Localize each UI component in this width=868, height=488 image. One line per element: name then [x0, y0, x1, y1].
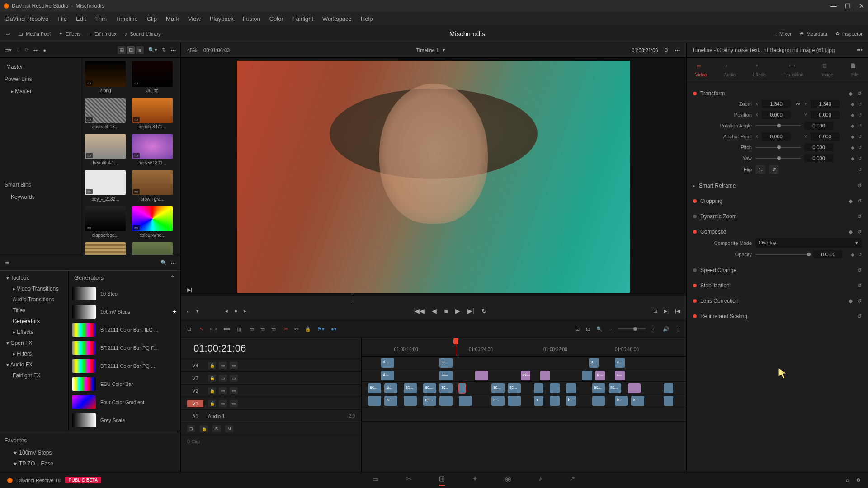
timeline-ruler[interactable]: 01:00:16:0001:00:24:0001:00:32:0001:00:4…	[362, 338, 686, 356]
generator-item[interactable]: BT.2111 Color Bar HLG ...	[69, 321, 180, 339]
media-thumb[interactable]: ▭clapperboa...	[84, 206, 127, 238]
flip-h-button[interactable]: ⇋	[755, 165, 765, 174]
transform-header[interactable]: Transform	[700, 90, 725, 97]
lens-correction-header[interactable]: Lens Correction	[700, 298, 739, 304]
generator-item[interactable]: EBU Color Bar	[69, 375, 180, 393]
timeline-clip[interactable]: b...	[566, 396, 576, 406]
timeline-clip[interactable]: sc...	[423, 383, 436, 393]
inspector-tab-file[interactable]: 📄File	[850, 63, 859, 77]
loop-icon[interactable]: ↻	[481, 307, 487, 314]
power-master-bin[interactable]: ▸ Master	[0, 86, 80, 97]
marker-icon[interactable]: ●▾	[331, 326, 337, 332]
timeline-clip[interactable]	[534, 383, 544, 393]
prev-frame-icon[interactable]: ◀	[432, 307, 437, 314]
expand-icon[interactable]: ▶|	[187, 287, 192, 293]
overwrite-icon[interactable]: ▭	[260, 326, 265, 332]
timeline-clip[interactable]	[508, 396, 521, 406]
pitch-slider[interactable]	[755, 147, 801, 148]
menu-trim[interactable]: Trim	[95, 15, 107, 22]
book-icon[interactable]: ▭	[5, 260, 9, 266]
first-frame-icon[interactable]: |◀◀	[413, 307, 425, 314]
selection-tool-icon[interactable]: ↖	[199, 326, 203, 332]
timeline-clip[interactable]: sc...	[592, 383, 605, 393]
timeline-clip[interactable]: b...	[631, 396, 644, 406]
menu-mark[interactable]: Mark	[166, 15, 179, 22]
effects-button[interactable]: ✦Effects	[59, 31, 80, 37]
next-edit-icon[interactable]: ▸	[244, 308, 246, 314]
favorite-item[interactable]: ★ TP ZO... Ease	[0, 458, 180, 469]
zoom-x-input[interactable]: 1.340	[762, 100, 791, 108]
timeline-clip[interactable]: gir...	[423, 396, 436, 406]
edit-page-icon[interactable]: ⊞	[439, 474, 445, 486]
menu-workspace[interactable]: Workspace	[322, 15, 352, 22]
timeline-clip[interactable]: b...	[534, 396, 544, 406]
media-thumb[interactable]: ▭2.png	[84, 61, 127, 93]
dynamic-trim-icon[interactable]: ⟺	[223, 326, 231, 332]
timeline-clip[interactable]	[566, 383, 576, 393]
chevron-down-icon[interactable]: ▾	[443, 47, 445, 53]
fx-more-icon[interactable]: •••	[170, 260, 176, 266]
timeline-clip[interactable]: sc...	[404, 383, 417, 393]
timeline-clip[interactable]	[664, 396, 674, 406]
link-icon[interactable]: ⚯	[294, 326, 298, 332]
collapse-icon[interactable]: ⌃	[170, 274, 175, 281]
cut-page-icon[interactable]: ✂	[406, 474, 412, 486]
media-pool-button[interactable]: 🗀Media Pool	[18, 31, 51, 37]
metadata-button[interactable]: ⊕Metadata	[800, 31, 827, 37]
yaw-input[interactable]: 0.000	[804, 154, 833, 162]
speaker-icon[interactable]: 🔊	[663, 326, 669, 332]
anchor-y-input[interactable]: 0.000	[811, 132, 840, 141]
mixer-button[interactable]: ⎍Mixer	[774, 31, 792, 37]
replace-icon[interactable]: ▭	[271, 326, 276, 332]
audiofx-item[interactable]: ▾ Audio FX	[0, 359, 68, 370]
generator-item[interactable]: BT.2111 Color Bar PQ F...	[69, 339, 180, 357]
timeline-clip[interactable]: sc...	[368, 383, 381, 393]
maximize-icon[interactable]: ☐	[845, 2, 851, 9]
opacity-input[interactable]: 100.00	[813, 250, 842, 258]
yaw-slider[interactable]	[755, 158, 801, 159]
track-v4[interactable]: d...ta...p...a...	[362, 356, 686, 369]
menu-edit[interactable]: Edit	[76, 15, 86, 22]
media-thumb[interactable]: ▭brown gra...	[131, 170, 174, 202]
timeline-clip[interactable]: ta...	[439, 371, 453, 380]
inspector-tab-video[interactable]: ▭Video	[695, 63, 707, 77]
menu-file[interactable]: File	[57, 15, 67, 22]
timeline-clip[interactable]: S...	[384, 383, 397, 393]
bin-view-icon[interactable]: ▭▾	[5, 47, 12, 53]
track-header-a1[interactable]: A1Audio 12.0	[181, 409, 361, 422]
timeline-clip[interactable]	[368, 396, 381, 406]
zoom-in-icon[interactable]: +	[652, 326, 655, 332]
track-header-v1[interactable]: V1🔒▭▭	[181, 397, 361, 409]
toolbox-item[interactable]: ▾ Toolbox	[0, 272, 68, 283]
timeline-clip[interactable]: d...	[381, 371, 394, 380]
menu-color[interactable]: Color	[269, 15, 283, 22]
media-thumb[interactable]: ▭colour-whe...	[131, 206, 174, 238]
go-out-icon[interactable]: ▶|	[664, 308, 669, 314]
fairlight-page-icon[interactable]: ♪	[538, 474, 542, 486]
settings-gear-icon[interactable]: ⚙	[856, 477, 861, 483]
generator-item[interactable]: 10 Step	[69, 285, 180, 303]
smart-reframe-header[interactable]: Smart Reframe	[699, 183, 736, 189]
zoom-custom-icon[interactable]: 🔍	[596, 326, 603, 332]
next-frame-icon[interactable]: ▶|	[467, 307, 474, 314]
list-view-icon[interactable]: ≡	[136, 46, 144, 54]
timeline-clip[interactable]	[540, 371, 550, 380]
media-thumb[interactable]: ▭beautiful-1...	[84, 134, 127, 165]
cropping-header[interactable]: Cropping	[700, 198, 722, 204]
pos-x-input[interactable]: 0.000	[762, 111, 791, 119]
inspector-button[interactable]: ✿Inspector	[835, 31, 863, 37]
track-a1-clips[interactable]	[362, 421, 686, 434]
timeline-name[interactable]: Timeline 1	[416, 47, 439, 53]
pos-y-input[interactable]: 0.000	[811, 111, 840, 119]
close-icon[interactable]: ✕	[859, 2, 864, 9]
thumb-view-icon[interactable]: ⊞	[127, 46, 135, 54]
media-thumb[interactable]: ▭desert-471...	[84, 242, 127, 255]
timeline-clip[interactable]: s...	[615, 371, 625, 380]
timeline-clip[interactable]: sc...	[439, 383, 453, 393]
menu-fairlight[interactable]: Fairlight	[292, 15, 313, 22]
fx-search-icon[interactable]: 🔍	[160, 260, 167, 266]
kf-icon[interactable]: ◆	[849, 90, 853, 97]
blade-icon[interactable]: ✂	[284, 326, 288, 332]
composite-mode-select[interactable]: Overlay▾	[755, 238, 862, 248]
menu-timeline[interactable]: Timeline	[116, 15, 138, 22]
